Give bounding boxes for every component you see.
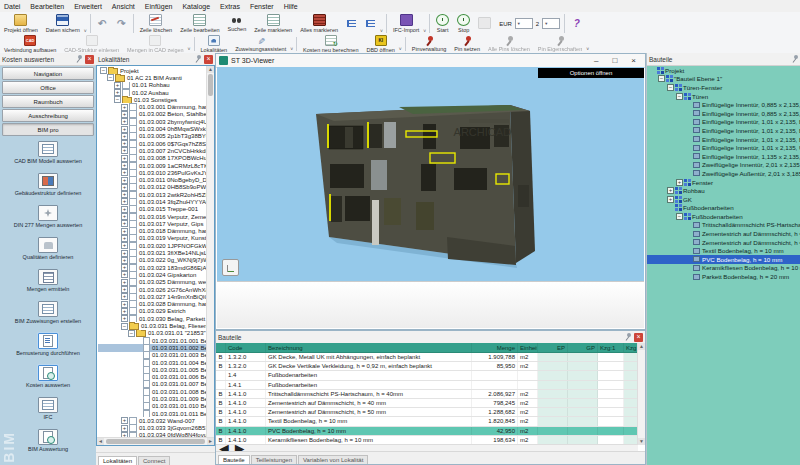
expander-icon[interactable]: + [121, 417, 128, 424]
chevron-down-icon[interactable]: ˅ [380, 28, 384, 35]
tree-item-01-03-019-verputz-kunstharz[interactable]: +01.03.019 Verputz, Kunstharz [98, 235, 206, 242]
expander-icon[interactable]: + [121, 315, 128, 322]
expander-icon[interactable]: + [121, 301, 128, 308]
expander-icon[interactable]: + [121, 147, 128, 154]
expander-icon[interactable]: − [121, 323, 128, 330]
tab-bauteile[interactable]: Bauteile [218, 455, 250, 464]
currency-select[interactable]: ▼ [515, 18, 533, 29]
toolbar-button-daten-sichern[interactable]: Daten sichern [42, 12, 84, 35]
tree-item-01-03-005-2p1bt3g38byqehvagej5gm[interactable]: +01.03.005 2p1bT3g38BYQEHVAgEJ5Gm [98, 133, 206, 140]
column-header-menge[interactable]: Menge [472, 343, 518, 352]
expander-icon[interactable]: + [121, 198, 128, 205]
expander-icon[interactable]: + [121, 206, 128, 213]
sidebar-item-cad-bim-modell-auswerten[interactable]: CAD BIM Modell auswerten [0, 141, 96, 173]
expander-icon[interactable]: + [121, 250, 128, 257]
scroll-down-arrow[interactable]: ▼ [638, 438, 645, 445]
toolbar-button-undo[interactable] [93, 12, 112, 35]
tree-item-fußbodenarbeiten[interactable]: −Fußbodenarbeiten [647, 212, 800, 221]
sidebar-tab-ausschreibung[interactable]: Ausschreibung [2, 109, 94, 122]
tree-item-01-03-031-01-001-belag-fliesen[interactable]: 01.03.031.01.001 Belag, Fliesen [98, 337, 206, 344]
tree-item-01-03-031-01-009-belag-fliesen[interactable]: 01.03.031.01.009 Belag, Fliesen [98, 395, 206, 402]
tree-item-01-03-031-01-21853[interactable]: −01.03.031.01 "21853" [98, 330, 206, 337]
tree-item-türen[interactable]: −Türen [647, 92, 800, 101]
toolbar-button-zuweisungsassistent[interactable]: Zuweisungsassistent [231, 35, 290, 53]
chevron-down-icon[interactable]: ˅ [586, 46, 590, 53]
menu-item-extras[interactable]: Extras [220, 3, 240, 10]
tree-item-01-03-001-dämmung-hart-xps[interactable]: +01.03.001 Dämmung, hart XPS [98, 103, 206, 110]
column-header-kzg-1[interactable]: Kzg:1 [598, 343, 624, 352]
expander-icon[interactable]: + [121, 308, 128, 315]
close-icon[interactable]: × [634, 333, 643, 342]
expander-icon[interactable]: + [121, 264, 128, 271]
tree-item-einflügelige-innentür-1-135-x-2-135-umfassungsza[interactable]: Einflügelige Innentür, 1,135 x 2,135, Um… [647, 152, 800, 161]
tree-item-gk[interactable]: +GK [647, 195, 800, 204]
column-header-code[interactable]: Code [226, 343, 266, 352]
expander-icon[interactable]: + [114, 89, 121, 96]
toolbar-button-zeile-bearbeiten[interactable]: Zeile bearbeiten [176, 12, 223, 35]
toolbar-button-stop[interactable]: Stop [453, 12, 474, 35]
pin-icon[interactable] [194, 55, 202, 64]
toolbar-button-zeile-markieren[interactable]: Zeile markieren [250, 12, 296, 35]
expander-icon[interactable]: + [121, 111, 128, 118]
tree-item-01-03-023-183mdg86ejakc9inqlvf[interactable]: +01.03.023 183mdG86EjAKC9iNQlVf [98, 264, 206, 271]
expander-icon[interactable]: + [121, 140, 128, 147]
viewer-canvas[interactable]: Optionen öffnen [217, 67, 644, 281]
expander-icon[interactable]: + [121, 286, 128, 293]
toolbar-button-projekt-öffnen[interactable]: Projekt öffnen [0, 12, 42, 35]
toolbar-button-alles-markieren[interactable]: Alles markieren [296, 12, 342, 35]
tree-item-einflügelige-innentür-1-01-x-2-135-umfassungszar[interactable]: Einflügelige Innentür, 1,01 x 2,135, Umf… [647, 143, 800, 152]
expander-icon[interactable]: + [121, 155, 128, 162]
sidebar-item-kosten-auswerten[interactable]: Kosten auswerten [0, 365, 96, 397]
menu-item-erweitert[interactable]: Erweitert [74, 3, 102, 10]
scroll-up-arrow[interactable]: ▲ [638, 343, 645, 350]
tree-item-01-03-011-0nobgebyd-deg3hyqshy[interactable]: +01.03.011 0NoBgebyD_DEG3hYqSHY_ [98, 176, 206, 183]
tree-item-textil-bodenbelag-h-10-mm[interactable]: Textil Bodenbelag, h = 10 mm [647, 246, 800, 255]
pin-icon[interactable] [624, 333, 632, 342]
column-header-kzg[interactable]: Kzg [624, 343, 638, 352]
expander-icon[interactable]: + [121, 257, 128, 264]
decimals-select[interactable]: ▼ [542, 18, 560, 29]
minimize-icon[interactable]: – [594, 56, 598, 65]
tree-item-projekt[interactable]: Projekt [647, 66, 800, 75]
tree-item-01-03-002-beton-stahlbeton-c20-25[interactable]: +01.03.002 Beton, Stahlbeton C20/25 [98, 111, 206, 118]
column-header-gp[interactable]: GP [568, 343, 598, 352]
table-row-textil-bodenbelag-h-10-mm[interactable]: B1.4.1.0Textil Bodenbelag, h = 10 mm1.82… [216, 417, 638, 426]
expander-icon[interactable]: + [121, 213, 128, 220]
close-icon[interactable]: × [204, 55, 213, 64]
table-row-fußbodenarbeiten[interactable]: 1.4.1Fußbodenarbeiten [216, 381, 638, 390]
tree-item-fenster[interactable]: +Fenster [647, 178, 800, 187]
toolbar-button-kosten-neu-berechnen[interactable]: Kosten neu berechnen [299, 35, 362, 53]
toolbar-button-pin-eigenschaften[interactable]: Pin Eigenschaften [534, 35, 586, 53]
tree-item-01-03-031-belag-fliesen[interactable]: −01.03.031 Belag, Fliesen [98, 322, 206, 329]
expander-icon[interactable]: − [658, 75, 665, 82]
chevron-down-icon[interactable]: ˅ [290, 46, 294, 53]
chevron-down-icon[interactable]: ˅ [84, 28, 88, 35]
expander-icon[interactable]: + [121, 169, 128, 176]
tree-item-einflügelige-innentür-1-01-x-2-135-blockzarge-din[interactable]: Einflügelige Innentür, 1,01 x 2,135, Blo… [647, 135, 800, 144]
tree-item-zweiflügelige-innentür-2-01-x-2-135-blockzarge-w[interactable]: Zweiflügelige Innentür, 2,01 x 2,135, Bl… [647, 161, 800, 170]
tab-teilleistungen[interactable]: Teilleistungen [251, 455, 297, 464]
expander-icon[interactable]: − [667, 84, 674, 91]
tree-item-01-03-026-2g76canwhxqffucz01dil[interactable]: +01.03.026 2G76cAnWhXqFFUCz01diL [98, 286, 206, 293]
close-icon[interactable]: × [85, 55, 94, 64]
toolbar-button-cad-struktur-einlesen[interactable]: CAD-Struktur einlesen [60, 35, 123, 53]
tree-item-01-03-sonstiges[interactable]: −01.03 Sonstiges [98, 96, 206, 103]
toolbar-button-ifc-import[interactable]: IFC-Import [389, 12, 423, 35]
tree-item-01-03-020-1jpfnofgkwgarru1drkyw[interactable]: +01.03.020 1JPFNOFGkWGARru1DrKYW [98, 242, 206, 249]
menu-item-hilfe[interactable]: Hilfe [284, 3, 298, 10]
scroll-up-arrow[interactable]: ▲ [207, 66, 214, 73]
expander-icon[interactable]: − [114, 96, 121, 103]
column-header-einheit[interactable]: Einheit [518, 343, 538, 352]
expander-icon[interactable]: + [121, 235, 128, 242]
tree-item-01-03-028-dämmung-hart-triftschall[interactable]: +01.03.028 Dämmung, hart,Triftschall [98, 301, 206, 308]
expander-icon[interactable]: − [128, 330, 135, 337]
maximize-icon[interactable]: □ [612, 56, 617, 65]
tree-item-01-03-031-01-002-belag-fliesen[interactable]: 01.03.031.01.002 Belag, Fliesen [98, 344, 206, 351]
tree-item-bauteil-ebene-1[interactable]: −"Bauteil Ebene 1" [647, 75, 800, 84]
tree-item-01-03-007-2ncvcbhrkkdm8mnazgcs69[interactable]: +01.03.007 2nCVCbHrkkdm8mNazGcS69 [98, 147, 206, 154]
tree-item-01-03-029-estrich[interactable]: +01.03.029 Estrich [98, 308, 206, 315]
toolbar-button-zeile-löschen[interactable]: Zeile löschen [136, 12, 176, 35]
tree-item-01-03-031-01-004-belag-fliesen[interactable]: 01.03.031.01.004 Belag, Fliesen [98, 359, 206, 366]
tree-item-01-03-016-verputz-zement[interactable]: +01.03.016 Verputz, Zement [98, 213, 206, 220]
tree-item-zweiflügelige-außentür-2-01-x-3-185-standartzarge[interactable]: Zweiflügelige Außentür, 2,01 x 3,185, St… [647, 169, 800, 178]
